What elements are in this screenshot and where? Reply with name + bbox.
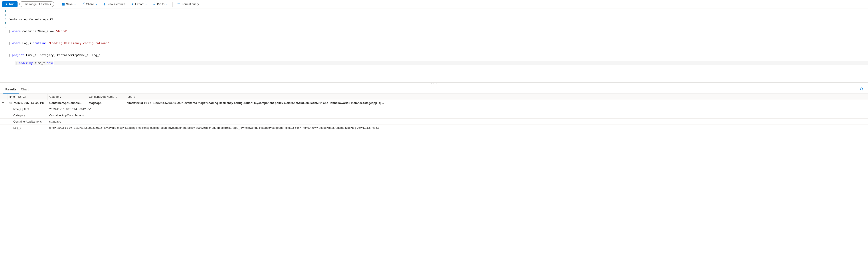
- log-post: " app_id=helloworld2 instance=stageapp--…: [321, 101, 384, 105]
- col-header-app[interactable]: ContainerAppName_s: [87, 94, 126, 100]
- chevron-down-icon: [166, 3, 168, 5]
- chevron-down-icon: [145, 3, 147, 5]
- time-range-value: Last hour: [39, 2, 51, 6]
- code-token: ContainerName_s ==: [21, 30, 56, 33]
- pin-icon: [152, 2, 156, 6]
- detail-key: ContainerAppName_s: [0, 118, 48, 125]
- format-query-button[interactable]: Format query: [175, 1, 200, 7]
- code-token: where: [12, 41, 21, 45]
- pin-to-label: Pin to: [157, 2, 164, 6]
- tab-results[interactable]: Results: [3, 85, 19, 94]
- line-number: 3: [0, 17, 6, 21]
- code-token: time_t: [33, 61, 47, 65]
- detail-key: Category: [0, 112, 48, 118]
- cell-log: time="2023-11-07T18:37:14.529331669Z" le…: [126, 100, 868, 106]
- code-token: [46, 41, 49, 45]
- code-token: Log_s: [21, 41, 33, 45]
- line-number: 4: [0, 21, 6, 25]
- share-label: Share: [86, 2, 94, 6]
- save-icon: [61, 2, 65, 6]
- results-table: time_t [UTC] Category ContainerAppName_s…: [0, 94, 868, 131]
- time-range-picker[interactable]: Time range : Last hour: [19, 1, 54, 7]
- new-alert-label: New alert rule: [107, 2, 125, 6]
- export-icon: [130, 2, 134, 6]
- time-range-label: Time range :: [22, 2, 38, 6]
- export-button[interactable]: Export: [129, 1, 149, 7]
- detail-key: time_t [UTC]: [0, 106, 48, 112]
- code-token: "Loading Resiliency configuration:": [49, 41, 109, 45]
- play-icon: [5, 3, 8, 5]
- detail-value: stageapp: [48, 118, 868, 125]
- log-pre: time="2023-11-07T18:37:14.529331669Z" le…: [127, 101, 207, 105]
- search-icon: [860, 87, 864, 91]
- save-button[interactable]: Save: [60, 1, 78, 7]
- code-token: contains: [33, 41, 47, 45]
- log-highlight: Loading Resiliency configuration: mycomp…: [207, 101, 321, 105]
- row-expander[interactable]: [0, 100, 7, 106]
- cell-app: stageapp: [87, 100, 126, 106]
- code-token: project: [12, 54, 24, 57]
- code-token: |: [8, 30, 12, 33]
- code-token: order by: [19, 61, 33, 65]
- pane-resize-handle[interactable]: • • •: [0, 83, 868, 85]
- detail-row: Log_s time="2023-11-07T18:37:14.52933166…: [0, 125, 868, 131]
- pin-to-button[interactable]: Pin to: [151, 1, 170, 7]
- col-header-time[interactable]: time_t [UTC]: [7, 94, 48, 100]
- chevron-down-icon: [2, 101, 4, 104]
- code-token: |: [8, 41, 12, 45]
- new-alert-button[interactable]: New alert rule: [101, 1, 127, 7]
- format-icon: [177, 2, 180, 6]
- col-header-log[interactable]: Log_s: [126, 94, 868, 100]
- search-results-button[interactable]: [859, 86, 865, 93]
- detail-value: ContainerAppConsoleLogs: [48, 112, 868, 118]
- line-gutter: 1 2 3 4 5: [0, 9, 8, 69]
- detail-key: Log_s: [0, 125, 48, 131]
- code-area[interactable]: ContainerAppConsoleLogs_CL | where Conta…: [8, 9, 868, 69]
- format-label: Format query: [182, 2, 199, 6]
- cell-category: ContainerAppConsoleLogs: [48, 100, 87, 106]
- code-token: time_t, Category, ContainerAppName_s, Lo…: [24, 54, 100, 57]
- code-token: desc: [46, 61, 54, 65]
- export-label: Export: [135, 2, 144, 6]
- share-icon: [82, 2, 85, 6]
- chevron-down-icon: [95, 3, 97, 5]
- code-token: where: [12, 30, 21, 33]
- save-label: Save: [66, 2, 73, 6]
- expand-header: [0, 94, 7, 100]
- line-number: 2: [0, 13, 6, 17]
- detail-value: 2023-11-07T18:37:14.5294207Z: [48, 106, 868, 112]
- detail-value: time="2023-11-07T18:37:14.529331669Z" le…: [48, 125, 868, 131]
- plus-icon: [103, 2, 106, 6]
- code-token: ContainerAppConsoleLogs_CL: [8, 18, 54, 21]
- detail-row: ContainerAppName_s stageapp: [0, 118, 868, 125]
- detail-row: Category ContainerAppConsoleLogs: [0, 112, 868, 118]
- code-token: |: [15, 61, 19, 65]
- table-header-row: time_t [UTC] Category ContainerAppName_s…: [0, 94, 868, 100]
- line-number: 5: [0, 25, 6, 29]
- code-token: "daprd": [55, 30, 67, 33]
- code-token: |: [8, 54, 12, 57]
- line-number: 1: [0, 9, 6, 13]
- share-button[interactable]: Share: [80, 1, 99, 7]
- text-cursor: [54, 61, 54, 65]
- detail-row: time_t [UTC] 2023-11-07T18:37:14.5294207…: [0, 106, 868, 112]
- cell-time: 11/7/2023, 6:37:14.529 PM: [7, 100, 48, 106]
- run-button[interactable]: Run: [2, 1, 18, 7]
- chevron-down-icon: [74, 3, 76, 5]
- run-label: Run: [9, 2, 14, 6]
- table-row[interactable]: 11/7/2023, 6:37:14.529 PM ContainerAppCo…: [0, 100, 868, 106]
- tab-chart[interactable]: Chart: [19, 85, 31, 94]
- svg-point-0: [860, 88, 863, 90]
- query-editor[interactable]: 1 2 3 4 5 ContainerAppConsoleLogs_CL | w…: [0, 8, 868, 83]
- query-toolbar: Run Time range : Last hour Save Share Ne…: [0, 0, 868, 8]
- col-header-category[interactable]: Category: [48, 94, 87, 100]
- results-tabs: Results Chart: [0, 85, 868, 94]
